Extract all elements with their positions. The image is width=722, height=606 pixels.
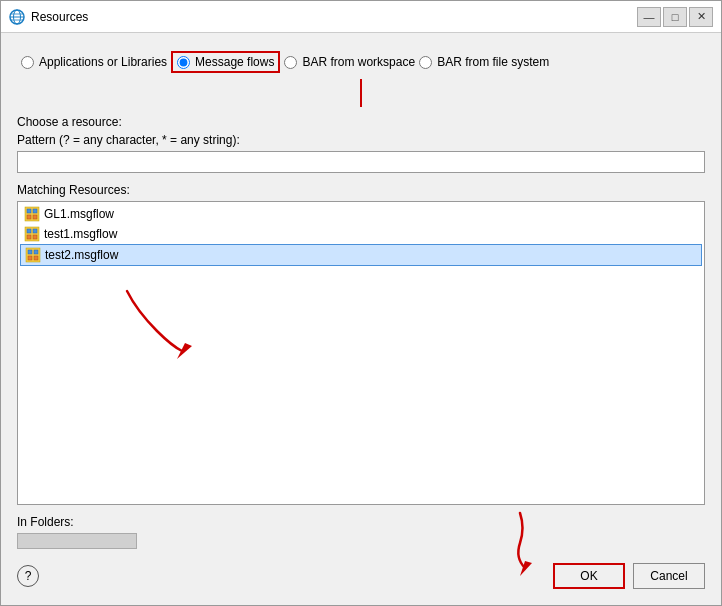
list-item[interactable]: GL1.msgflow <box>20 204 702 224</box>
svg-rect-8 <box>27 215 31 219</box>
radio-bar-fs-input[interactable] <box>419 56 432 69</box>
list-item[interactable]: test2.msgflow <box>20 244 702 266</box>
matching-resources-list[interactable]: GL1.msgflow test1.msgflow <box>17 201 705 505</box>
svg-rect-13 <box>27 235 31 239</box>
svg-rect-19 <box>34 256 38 260</box>
svg-rect-18 <box>28 256 32 260</box>
radio-bar-filesystem: BAR from file system <box>419 55 549 69</box>
cancel-button[interactable]: Cancel <box>633 563 705 589</box>
maximize-button[interactable]: □ <box>663 7 687 27</box>
svg-rect-12 <box>33 229 37 233</box>
annotation-line-area <box>17 79 705 107</box>
list-item[interactable]: test1.msgflow <box>20 224 702 244</box>
msgflow-icon-3 <box>25 247 41 263</box>
resources-dialog: Resources — □ ✕ Applications or Librarie… <box>0 0 722 606</box>
dialog-content: Applications or Libraries Message flows … <box>1 33 721 605</box>
list-item-name-3: test2.msgflow <box>45 248 118 262</box>
svg-rect-11 <box>27 229 31 233</box>
radio-bar-fs-label[interactable]: BAR from file system <box>437 55 549 69</box>
list-item-name-1: GL1.msgflow <box>44 207 114 221</box>
title-bar-left: Resources <box>9 9 88 25</box>
action-buttons: OK Cancel <box>553 563 705 589</box>
svg-rect-9 <box>33 215 37 219</box>
radio-apps-label[interactable]: Applications or Libraries <box>39 55 167 69</box>
bottom-row: ? OK Cancel <box>17 553 705 593</box>
in-folders-label: In Folders: <box>17 515 705 529</box>
folders-area <box>17 533 705 549</box>
radio-bar-ws-label[interactable]: BAR from workspace <box>302 55 415 69</box>
pattern-description-label: Pattern (? = any character, * = any stri… <box>17 133 705 147</box>
list-item-name-2: test1.msgflow <box>44 227 117 241</box>
annotation-vertical-line <box>360 79 362 107</box>
pattern-input[interactable] <box>17 151 705 173</box>
choose-resource-label: Choose a resource: <box>17 115 705 129</box>
folders-scrollbar[interactable] <box>17 533 137 549</box>
dialog-title: Resources <box>31 10 88 24</box>
svg-rect-17 <box>34 250 38 254</box>
title-bar-controls: — □ ✕ <box>637 7 713 27</box>
radio-bar-ws-input[interactable] <box>284 56 297 69</box>
ok-button[interactable]: OK <box>553 563 625 589</box>
svg-rect-7 <box>33 209 37 213</box>
help-button[interactable]: ? <box>17 565 39 587</box>
radio-msg-label[interactable]: Message flows <box>195 55 274 69</box>
radio-apps-libraries: Applications or Libraries <box>21 55 167 69</box>
svg-rect-14 <box>33 235 37 239</box>
radio-apps-input[interactable] <box>21 56 34 69</box>
minimize-button[interactable]: — <box>637 7 661 27</box>
svg-rect-6 <box>27 209 31 213</box>
globe-icon <box>9 9 25 25</box>
title-bar: Resources — □ ✕ <box>1 1 721 33</box>
matching-resources-label: Matching Resources: <box>17 183 705 197</box>
svg-marker-21 <box>520 561 532 576</box>
msgflow-icon-2 <box>24 226 40 242</box>
radio-options-row: Applications or Libraries Message flows … <box>17 45 705 79</box>
svg-rect-16 <box>28 250 32 254</box>
close-button[interactable]: ✕ <box>689 7 713 27</box>
radio-bar-workspace: BAR from workspace <box>284 55 415 69</box>
list-container: GL1.msgflow test1.msgflow <box>17 201 705 505</box>
radio-message-flows-group: Message flows <box>171 51 280 73</box>
action-area: OK Cancel <box>553 563 705 589</box>
msgflow-icon-1 <box>24 206 40 222</box>
radio-msg-input[interactable] <box>177 56 190 69</box>
